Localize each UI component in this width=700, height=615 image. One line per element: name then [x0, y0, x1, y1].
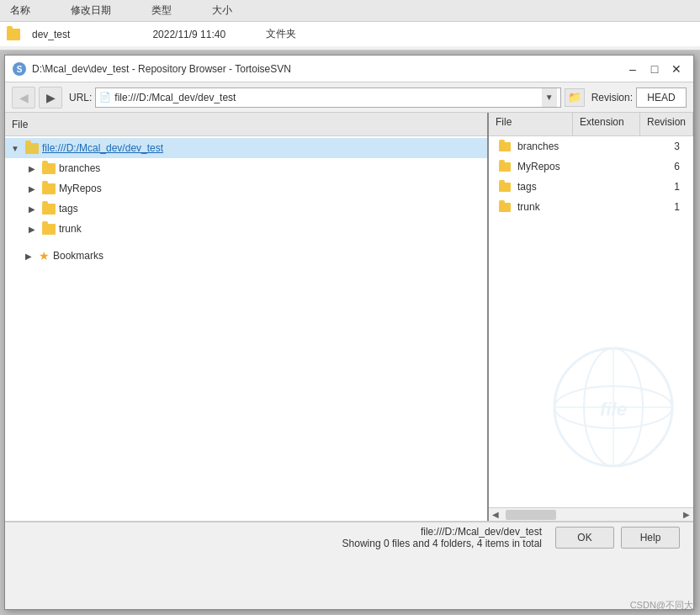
myrepos-label: MyRepos [59, 183, 102, 194]
bookmarks-row[interactable]: ▶ ★ Bookmarks [5, 246, 487, 266]
bg-col-name: 名称 [7, 2, 34, 19]
scroll-thumb[interactable] [506, 510, 556, 520]
back-button[interactable]: ◀ [12, 87, 35, 109]
tags-label: tags [59, 203, 78, 215]
file-row-myrepos[interactable]: MyRepos 6 [489, 156, 693, 177]
trunk-folder-icon [42, 224, 56, 235]
col-revision: Revision [640, 113, 693, 135]
branches-expand-icon[interactable]: ▶ [25, 162, 39, 175]
background-window: 名称 修改日期 类型 大小 dev_test 2022/11/9 11:40 文… [0, 0, 700, 50]
svg-point-4 [554, 386, 672, 428]
revision-input[interactable] [636, 87, 687, 108]
csdn-watermark: CSDN@不同大 [630, 599, 693, 612]
toolbar: ◀ ▶ URL: 📄 ▼ 📁 Revision: [5, 82, 693, 113]
svg-point-2 [554, 348, 672, 466]
bg-file-type: 文件夹 [262, 25, 300, 43]
revision-group: Revision: [591, 87, 687, 108]
url-dropdown-button[interactable]: ▼ [542, 88, 557, 107]
file-name-tags: tags [489, 181, 573, 193]
root-item-label: file:///D:/Mcal_dev/dev_test [42, 142, 163, 154]
trunk-label: trunk [59, 223, 82, 235]
scroll-left-arrow[interactable]: ◀ [489, 510, 502, 519]
revision-label: Revision: [591, 92, 633, 103]
file-name-label-branches: branches [517, 140, 559, 152]
window-title: D:\Mcal_dev\dev_test - Repository Browse… [32, 63, 291, 75]
file-name-branches: branches [489, 140, 573, 152]
status-path: file:///D:/Mcal_dev/dev_test [19, 526, 542, 538]
tree-root-row[interactable]: ▼ file:///D:/Mcal_dev/dev_test [5, 138, 487, 158]
root-expand-icon[interactable]: ▼ [8, 141, 22, 155]
branches-folder-icon [42, 163, 56, 174]
svg-text:S: S [17, 65, 23, 74]
tree-item-myrepos[interactable]: ▶ MyRepos [5, 178, 487, 199]
bg-col-date: 修改日期 [67, 2, 114, 19]
forward-icon: ▶ [46, 91, 56, 104]
url-input-wrapper: 📄 ▼ [95, 87, 560, 108]
file-rev-tags: 1 [640, 181, 693, 193]
bg-col-size: 大小 [209, 2, 236, 19]
forward-button[interactable]: ▶ [39, 87, 62, 109]
file-folder-icon-myrepos [499, 162, 511, 172]
file-name-label-trunk: trunk [517, 201, 540, 213]
tree-item-trunk[interactable]: ▶ trunk [5, 219, 487, 239]
status-bar: file:///D:/Mcal_dev/dev_test Showing 0 f… [5, 522, 693, 552]
bookmarks-expand-icon[interactable]: ▶ [22, 249, 35, 262]
bg-col-type: 类型 [148, 2, 175, 19]
url-file-icon: 📄 [99, 92, 111, 103]
folder-browse-icon: 📁 [568, 91, 581, 103]
file-rows: branches 3 MyRepos 6 [489, 136, 693, 217]
svg-point-3 [584, 348, 643, 466]
col-extension: Extension [573, 113, 640, 135]
file-row-branches[interactable]: branches 3 [489, 136, 693, 156]
file-name-label-myrepos: MyRepos [517, 161, 560, 172]
star-icon: ★ [39, 249, 50, 262]
tree-item-tags[interactable]: ▶ tags [5, 199, 487, 219]
branches-label: branches [59, 162, 100, 174]
bg-data-row: dev_test 2022/11/9 11:40 文件夹 [0, 22, 700, 46]
help-button[interactable]: Help [621, 527, 680, 549]
file-row-tags[interactable]: tags 1 [489, 177, 693, 197]
maximize-button[interactable]: □ [644, 61, 665, 77]
tree-col-label: File [12, 119, 480, 130]
file-folder-icon-tags [499, 183, 511, 192]
root-folder-icon [25, 143, 39, 154]
title-bar: S D:\Mcal_dev\dev_test - Repository Brow… [5, 56, 693, 82]
ok-button[interactable]: OK [555, 527, 614, 549]
title-controls: – □ ✕ [623, 61, 687, 77]
scroll-right-arrow[interactable]: ▶ [680, 510, 693, 519]
file-rev-branches: 3 [640, 140, 693, 152]
right-pane: File Extension Revision branches 3 [489, 113, 693, 521]
status-summary: Showing 0 files and 4 folders, 4 items i… [19, 538, 542, 549]
content-area: File ▼ file:///D:/Mcal_dev/dev_test ▶ br… [5, 113, 693, 522]
file-name-label-tags: tags [517, 181, 537, 193]
close-button[interactable]: ✕ [666, 61, 687, 77]
myrepos-expand-icon[interactable]: ▶ [25, 182, 39, 195]
file-folder-icon-branches [499, 142, 511, 151]
main-window: S D:\Mcal_dev\dev_test - Repository Brow… [4, 55, 694, 610]
file-folder-icon-trunk [499, 203, 511, 212]
url-label: URL: [69, 92, 92, 103]
file-name-myrepos: MyRepos [489, 161, 573, 172]
browse-folder-button[interactable]: 📁 [565, 88, 585, 107]
dropdown-icon: ▼ [545, 93, 554, 102]
minimize-button[interactable]: – [623, 61, 643, 77]
file-row-trunk[interactable]: trunk 1 [489, 197, 693, 217]
myrepos-folder-icon [42, 183, 56, 194]
tortoise-icon: S [12, 61, 27, 77]
col-file: File [489, 113, 573, 135]
horizontal-scrollbar[interactable]: ◀ ▶ [489, 507, 693, 521]
file-rev-myrepos: 6 [640, 161, 693, 172]
url-input[interactable] [114, 92, 538, 103]
tags-expand-icon[interactable]: ▶ [25, 202, 39, 215]
tree-items: ▼ file:///D:/Mcal_dev/dev_test ▶ branche… [5, 136, 487, 268]
bg-header-row: 名称 修改日期 类型 大小 [0, 0, 700, 22]
trunk-expand-icon[interactable]: ▶ [25, 222, 39, 236]
tree-item-branches[interactable]: ▶ branches [5, 158, 487, 178]
bookmarks-label: Bookmarks [53, 250, 103, 262]
back-icon: ◀ [19, 91, 29, 104]
svg-text:file: file [600, 399, 627, 420]
bg-file-date: 2022/11/9 11:40 [149, 27, 229, 42]
title-bar-left: S D:\Mcal_dev\dev_test - Repository Brow… [12, 61, 291, 77]
status-buttons: OK Help [555, 527, 680, 549]
file-rev-trunk: 1 [640, 201, 693, 213]
